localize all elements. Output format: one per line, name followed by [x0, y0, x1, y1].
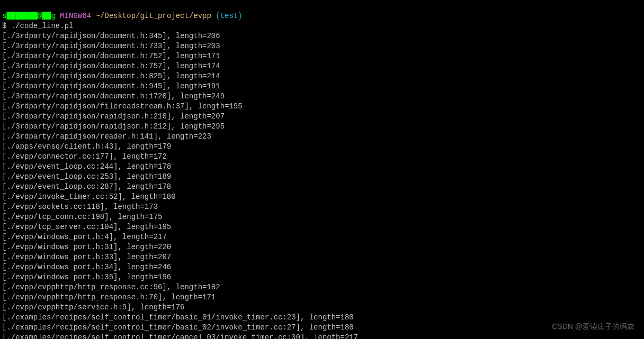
output-line: [./examples/recipes/self_control_timer/c…	[2, 333, 358, 339]
prompt-command: ./code_line.pl	[11, 22, 74, 30]
output-line: [./evpp/windows_port.h:33], length=207	[2, 253, 171, 261]
output-block: [./3rdparty/rapidjson/document.h:345], l…	[2, 31, 642, 339]
output-line: [./evpp/evpphttp/service.h:9], length=17…	[2, 303, 184, 311]
output-line: [./evpp/windows_port.h:4], length=217	[2, 233, 167, 241]
output-line: [./3rdparty/rapidjson/document.h:945], l…	[2, 82, 220, 90]
output-line: [./3rdparty/rapidjson/reader.h:141], len…	[2, 132, 211, 141]
terminal[interactable]: s███████@██g MINGW64 ~/Desktop/git_proje…	[0, 0, 644, 339]
prompt-user: s███████@██g	[2, 12, 56, 20]
output-line: [./evpp/connector.cc:177], length=172	[2, 152, 167, 161]
output-line: [./3rdparty/rapidjson/document.h:757], l…	[2, 62, 220, 70]
output-line: [./apps/evnsq/client.h:43], length=179	[2, 142, 171, 151]
output-line: [./evpp/windows_port.h:34], length=246	[2, 263, 171, 271]
watermark: CSDN @爱读庄子的码农	[552, 322, 634, 332]
output-line: [./evpp/evpphttp/http_response.h:70], le…	[2, 293, 216, 301]
output-line: [./evpp/tcp_server.cc:104], length=195	[2, 223, 171, 231]
output-line: [./examples/recipes/self_control_timer/b…	[2, 313, 354, 322]
output-line: [./evpp/event_loop.cc:244], length=178	[2, 162, 171, 171]
output-line: [./3rdparty/rapidjson/document.h:825], l…	[2, 72, 220, 80]
output-line: [./3rdparty/rapidjson/filereadstream.h:3…	[2, 102, 243, 111]
output-line: [./evpp/windows_port.h:31], length=220	[2, 243, 171, 251]
output-line: [./examples/recipes/self_control_timer/b…	[2, 323, 354, 332]
prompt-symbol: $	[2, 22, 6, 30]
output-line: [./3rdparty/rapidjson/document.h:752], l…	[2, 52, 220, 60]
output-line: [./evpp/invoke_timer.cc:52], length=180	[2, 193, 176, 201]
output-line: [./3rdparty/rapidjson/rapidjson.h:210], …	[2, 112, 225, 121]
prompt-branch: (test)	[216, 12, 242, 20]
output-line: [./evpp/tcp_conn.cc:198], length=175	[2, 213, 162, 221]
output-line: [./evpp/event_loop.cc:287], length=178	[2, 182, 171, 191]
output-line: [./3rdparty/rapidjson/rapidjson.h:212], …	[2, 122, 225, 131]
output-line: [./3rdparty/rapidjson/document.h:1720], …	[2, 92, 225, 100]
output-line: [./evpp/event_loop.cc:253], length=189	[2, 172, 171, 181]
prompt-env: MINGW64	[60, 12, 91, 20]
output-line: [./evpp/sockets.cc:118], length=173	[2, 203, 158, 211]
output-line: [./3rdparty/rapidjson/document.h:345], l…	[2, 32, 220, 40]
output-line: [./evpp/evpphttp/http_response.cc:96], l…	[2, 283, 220, 291]
output-line: [./evpp/windows_port.h:35], length=196	[2, 273, 171, 281]
output-line: [./3rdparty/rapidjson/document.h:733], l…	[2, 42, 220, 50]
prompt-path: ~/Desktop/git_project/evpp	[95, 12, 211, 20]
prompt-line: $ ./code_line.pl	[2, 22, 73, 30]
